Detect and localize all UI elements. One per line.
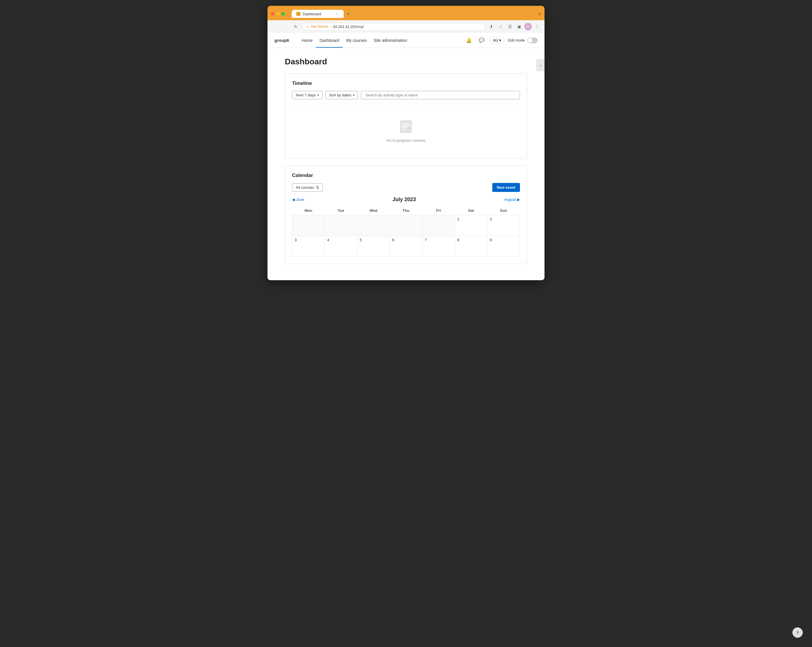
extensions-button[interactable]: ☰ <box>506 23 514 31</box>
main-content: ‹ Dashboard Timeline Next 7 days ▾ Sort … <box>267 48 545 280</box>
reload-button[interactable]: ↻ <box>292 23 300 31</box>
traffic-lights <box>271 12 285 15</box>
lock-icon: ⚠ <box>307 25 309 29</box>
calendar-week-2: 3456789 <box>292 236 520 257</box>
nav-right: 🔔 💬 AU ▾ Edit mode <box>464 36 537 45</box>
active-tab[interactable]: Dashboard × <box>292 10 344 18</box>
sort-chevron: ▾ <box>353 93 354 97</box>
empty-text: No in-progress courses <box>387 138 425 143</box>
profile-avatar[interactable]: AU <box>524 23 532 30</box>
calendar-day-cell[interactable]: 1 <box>455 215 487 236</box>
sidebar-toggle-button[interactable]: ‹ <box>536 60 545 71</box>
calendar-table: Mon Tue Wed Thu Fri Sat Sun 123456789 <box>292 206 520 257</box>
calendar-day-cell[interactable]: 2 <box>487 215 520 236</box>
nav-dashboard[interactable]: Dashboard <box>316 34 343 47</box>
new-event-button[interactable]: New event <box>492 183 520 192</box>
calendar-day-cell[interactable]: 7 <box>422 236 455 257</box>
timeline-card: Timeline Next 7 days ▾ Sort by dates ▾ <box>285 73 527 159</box>
user-menu[interactable]: AU ▾ <box>490 37 504 44</box>
calendar-header-row: Mon Tue Wed Thu Fri Sat Sun <box>292 206 520 215</box>
calendar-day-cell[interactable]: 6 <box>390 236 423 257</box>
edit-mode-label: Edit mode <box>508 38 525 43</box>
edit-mode-toggle: Edit mode <box>508 38 537 43</box>
day-header-fri: Fri <box>422 206 455 215</box>
window-chevron: ∨ <box>538 12 541 16</box>
calendar-nav: ◀ June July 2023 August ▶ <box>292 197 520 203</box>
share-button[interactable]: ⬆ <box>487 23 496 31</box>
next-month-button[interactable]: August ▶ <box>504 197 520 202</box>
close-traffic-light[interactable] <box>271 12 275 15</box>
nav-home[interactable]: Home <box>298 34 316 47</box>
browser-actions: ⬆ ☆ ☰ ▣ AU ⋮ <box>487 23 541 31</box>
day-header-tue: Tue <box>325 206 357 215</box>
nav-my-courses[interactable]: My courses <box>343 34 371 47</box>
timeline-title: Timeline <box>292 81 520 86</box>
tab-title: Dashboard <box>303 12 321 16</box>
calendar-week-1: 12 <box>292 215 520 236</box>
nav-links: Home Dashboard My courses Site administr… <box>298 34 411 47</box>
day-header-thu: Thu <box>390 206 423 215</box>
next-month-label: August <box>504 197 516 202</box>
minimize-traffic-light[interactable] <box>276 12 279 15</box>
bookmark-button[interactable]: ☆ <box>497 23 505 31</box>
timeline-divider <box>292 104 520 104</box>
timeline-empty-state: No in-progress courses <box>292 110 520 151</box>
courses-sort-icon: ⇅ <box>316 185 319 189</box>
forward-button[interactable]: › <box>281 23 289 31</box>
browser-chrome: Dashboard × + ∨ <box>267 6 545 20</box>
timeline-controls: Next 7 days ▾ Sort by dates ▾ <box>292 91 520 99</box>
calendar-day-cell[interactable]: 8 <box>455 236 487 257</box>
maximize-traffic-light[interactable] <box>281 12 285 15</box>
calendar-day-cell[interactable] <box>292 215 325 236</box>
sort-dropdown[interactable]: Sort by dates ▾ <box>325 91 359 99</box>
back-button[interactable]: ‹ <box>271 23 279 31</box>
next-arrow: ▶ <box>517 197 520 202</box>
calendar-day-cell[interactable] <box>390 215 423 236</box>
address-url: 34.201.41.202/my/ <box>333 24 364 29</box>
address-separator: | <box>330 24 331 29</box>
user-initials: AU <box>493 38 498 43</box>
edit-mode-switch[interactable] <box>527 38 537 43</box>
calendar-day-cell[interactable] <box>325 215 357 236</box>
page-wrapper: group6 Home Dashboard My courses Site ad… <box>267 33 545 280</box>
search-input[interactable] <box>361 91 520 99</box>
svg-rect-4 <box>402 129 406 130</box>
prev-month-button[interactable]: ◀ June <box>292 197 304 202</box>
sort-label: Sort by dates <box>329 93 351 97</box>
all-courses-dropdown[interactable]: All courses ⇅ <box>292 183 323 192</box>
site-logo: group6 <box>275 38 289 43</box>
sidebar-button[interactable]: ▣ <box>515 23 523 31</box>
messages-button[interactable]: 💬 <box>477 36 486 45</box>
day-header-sun: Sun <box>487 206 520 215</box>
calendar-day-cell[interactable] <box>422 215 455 236</box>
top-nav: group6 Home Dashboard My courses Site ad… <box>267 33 545 48</box>
all-courses-label: All courses <box>296 185 314 189</box>
day-header-mon: Mon <box>292 206 325 215</box>
address-bar[interactable]: ⚠ Not Secure | 34.201.41.202/my/ <box>302 23 485 31</box>
svg-rect-2 <box>402 125 410 126</box>
not-secure-label: Not Secure <box>311 24 328 29</box>
calendar-day-cell[interactable] <box>357 215 390 236</box>
calendar-day-cell[interactable]: 9 <box>487 236 520 257</box>
svg-rect-1 <box>402 123 410 124</box>
calendar-day-cell[interactable]: 3 <box>292 236 325 257</box>
timeline-filter-label: Next 7 days <box>296 93 316 97</box>
page-title: Dashboard <box>285 57 527 66</box>
tab-bar: Dashboard × + <box>292 10 536 18</box>
calendar-day-cell[interactable]: 4 <box>325 236 357 257</box>
svg-rect-0 <box>400 121 412 133</box>
more-button[interactable]: ⋮ <box>533 23 541 31</box>
browser-controls: ‹ › ↻ ⚠ Not Secure | 34.201.41.202/my/ ⬆… <box>267 20 545 33</box>
calendar-card: Calendar All courses ⇅ New event ◀ June <box>285 165 527 264</box>
timeline-filter-dropdown[interactable]: Next 7 days ▾ <box>292 91 323 99</box>
current-month-title: July 2023 <box>304 197 504 203</box>
calendar-day-cell[interactable]: 5 <box>357 236 390 257</box>
notifications-button[interactable]: 🔔 <box>464 36 473 45</box>
prev-month-label: June <box>296 197 304 202</box>
empty-state-icon <box>398 119 414 135</box>
calendar-title: Calendar <box>292 172 520 179</box>
nav-site-admin[interactable]: Site administration <box>370 34 410 47</box>
day-header-sat: Sat <box>455 206 487 215</box>
tab-close-button[interactable]: × <box>334 12 339 16</box>
new-tab-button[interactable]: + <box>344 10 352 18</box>
